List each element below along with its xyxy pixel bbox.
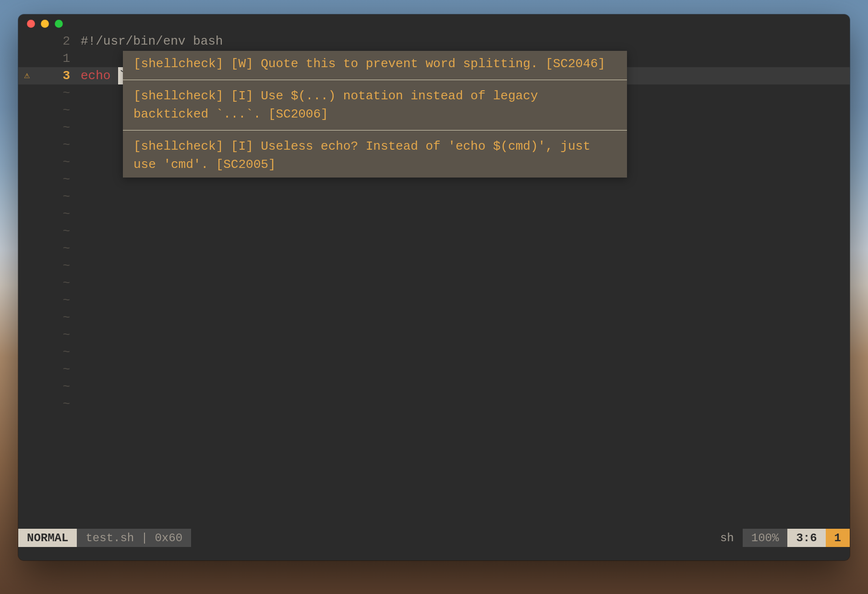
diagnostic-divider bbox=[123, 130, 627, 131]
code-line[interactable]: #!/usr/bin/env bash bbox=[75, 33, 850, 50]
gutter-empty-tilde: ~ bbox=[18, 326, 75, 344]
cursor-position-segment: 3:6 bbox=[787, 529, 825, 547]
gutter-empty-tilde: ~ bbox=[18, 84, 75, 102]
window-close-button[interactable] bbox=[27, 20, 35, 28]
filetype-segment: sh bbox=[711, 529, 743, 547]
shebang-text: #!/usr/bin/env bash bbox=[81, 33, 223, 50]
gutter-empty-tilde: ~ bbox=[18, 274, 75, 292]
gutter-empty-tilde: ~ bbox=[18, 171, 75, 188]
lint-count-segment: 1 bbox=[826, 529, 850, 547]
terminal-window: 2 1 ⚠ 3 ~~~~~~~~~~~~~~~~~~~ #!/usr/bin/e… bbox=[18, 14, 850, 560]
statusbar-spacer bbox=[191, 529, 711, 547]
gutter-empty-tilde: ~ bbox=[18, 378, 75, 395]
diagnostic-item[interactable]: [shellcheck] [I] Useless echo? Instead o… bbox=[123, 133, 627, 178]
relative-line-number: 1 bbox=[62, 50, 70, 67]
warning-icon: ⚠ bbox=[24, 71, 30, 81]
gutter-empty-tilde: ~ bbox=[18, 257, 75, 274]
desktop-background: 2 1 ⚠ 3 ~~~~~~~~~~~~~~~~~~~ #!/usr/bin/e… bbox=[0, 0, 868, 594]
gutter-line: 2 bbox=[18, 33, 75, 50]
command-line-area[interactable] bbox=[18, 547, 850, 560]
window-titlebar bbox=[18, 14, 850, 33]
gutter-empty-tilde: ~ bbox=[18, 136, 75, 154]
diagnostics-float: [shellcheck] [W] Quote this to prevent w… bbox=[123, 51, 627, 178]
diagnostic-divider bbox=[123, 80, 627, 80]
gutter-empty-tilde: ~ bbox=[18, 344, 75, 361]
status-bar: NORMAL test.sh | 0x60 sh 100% 3:6 1 bbox=[18, 529, 850, 547]
gutter-empty-tilde: ~ bbox=[18, 395, 75, 413]
gutter-line: 1 bbox=[18, 50, 75, 67]
gutter-empty-tilde: ~ bbox=[18, 240, 75, 257]
relative-line-number: 2 bbox=[62, 33, 70, 50]
gutter-empty-tilde: ~ bbox=[18, 154, 75, 171]
absolute-line-number: 3 bbox=[62, 67, 70, 84]
diagnostic-item[interactable]: [shellcheck] [I] Use $(...) notation ins… bbox=[123, 83, 627, 127]
mode-indicator: NORMAL bbox=[18, 529, 77, 547]
diagnostic-item[interactable]: [shellcheck] [W] Quote this to prevent w… bbox=[123, 51, 627, 77]
editor-viewport[interactable]: 2 1 ⚠ 3 ~~~~~~~~~~~~~~~~~~~ #!/usr/bin/e… bbox=[18, 33, 850, 529]
file-segment: test.sh | 0x60 bbox=[77, 529, 191, 547]
line-number-gutter: 2 1 ⚠ 3 ~~~~~~~~~~~~~~~~~~~ bbox=[18, 33, 75, 529]
gutter-empty-tilde: ~ bbox=[18, 102, 75, 119]
gutter-empty-tilde: ~ bbox=[18, 205, 75, 223]
window-minimize-button[interactable] bbox=[41, 20, 49, 28]
gutter-empty-tilde: ~ bbox=[18, 223, 75, 240]
scroll-percent-segment: 100% bbox=[743, 529, 788, 547]
gutter-empty-tilde: ~ bbox=[18, 361, 75, 378]
gutter-empty-tilde: ~ bbox=[18, 309, 75, 326]
echo-keyword: echo bbox=[81, 67, 118, 84]
gutter-empty-tilde: ~ bbox=[18, 188, 75, 205]
window-maximize-button[interactable] bbox=[55, 20, 63, 28]
gutter-empty-tilde: ~ bbox=[18, 119, 75, 136]
gutter-line-current: ⚠ 3 bbox=[18, 67, 75, 84]
code-area[interactable]: #!/usr/bin/env bash echo `ls -al` [shell… bbox=[75, 33, 850, 529]
gutter-empty-tilde: ~ bbox=[18, 292, 75, 309]
